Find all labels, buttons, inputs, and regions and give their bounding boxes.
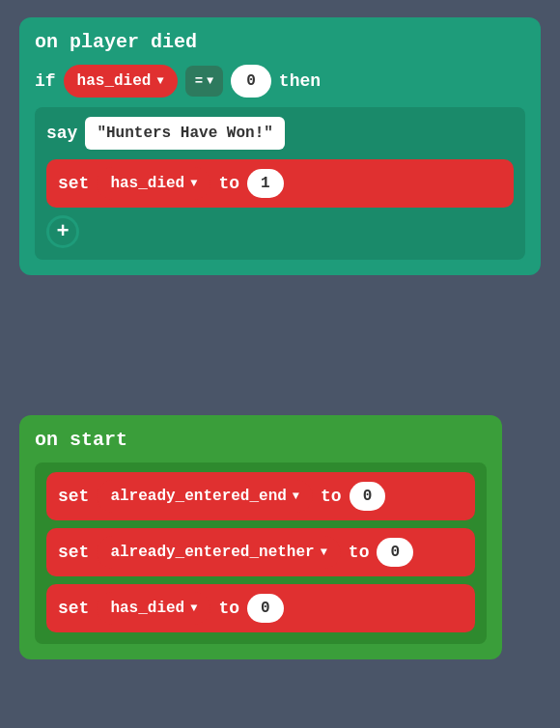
has-died-start-arrow-icon: ▼ — [190, 602, 197, 615]
already-entered-nether-arrow-icon: ▼ — [321, 546, 327, 559]
on-start-body: set already_entered_end ▼ to 0 set alrea… — [35, 462, 487, 644]
on-start-block: on start set already_entered_end ▼ to 0 … — [19, 415, 502, 659]
already-entered-end-dropdown[interactable]: already_entered_end ▼ — [97, 480, 313, 513]
has-died-condition-dropdown[interactable]: has_died ▼ — [64, 65, 178, 98]
condition-variable-label: has_died — [77, 72, 152, 90]
equals-label: = — [195, 73, 203, 89]
on-start-title: on start — [35, 429, 487, 451]
if-body-container: say "Hunters Have Won!" set has_died ▼ t… — [35, 107, 525, 260]
equals-dropdown-arrow-icon: ▼ — [207, 74, 213, 88]
to-keyword-died: to — [218, 599, 239, 618]
set-has-died-start-row: set has_died ▼ to 0 — [46, 584, 475, 632]
on-player-died-title: on player died — [35, 31, 525, 53]
already-entered-end-label: already_entered_end — [110, 488, 286, 505]
already-entered-nether-dropdown[interactable]: already_entered_nether ▼ — [97, 536, 340, 569]
has-died-start-dropdown[interactable]: has_died ▼ — [97, 592, 210, 625]
say-keyword: say — [46, 124, 77, 143]
already-entered-end-value[interactable]: 0 — [350, 482, 386, 511]
set-has-died-row: set has_died ▼ to 1 — [46, 159, 514, 208]
add-block-button[interactable]: + — [46, 215, 79, 248]
then-keyword: then — [279, 71, 321, 91]
plus-icon: + — [56, 220, 69, 244]
on-player-died-block: on player died if has_died ▼ = ▼ 0 then … — [19, 17, 541, 275]
set-keyword-1: set — [58, 174, 89, 193]
to-keyword-nether: to — [349, 543, 370, 562]
has-died-start-label: has_died — [110, 600, 184, 617]
has-died-start-value[interactable]: 0 — [247, 594, 284, 623]
condition-value[interactable]: 0 — [231, 65, 271, 98]
set-keyword-died: set — [58, 599, 89, 618]
if-keyword: if — [35, 71, 56, 91]
already-entered-nether-label: already_entered_nether — [110, 544, 314, 561]
to-keyword-1: to — [218, 174, 239, 193]
set-variable-arrow-icon: ▼ — [190, 177, 197, 190]
set-variable-label: has_died — [110, 175, 184, 192]
say-value[interactable]: "Hunters Have Won!" — [85, 117, 284, 150]
set-already-entered-end-row: set already_entered_end ▼ to 0 — [46, 472, 475, 520]
set-value-1[interactable]: 1 — [247, 169, 284, 198]
set-keyword-nether: set — [58, 543, 89, 562]
if-condition-row: if has_died ▼ = ▼ 0 then — [35, 65, 525, 98]
set-variable-dropdown[interactable]: has_died ▼ — [97, 167, 210, 200]
already-entered-end-arrow-icon: ▼ — [293, 490, 299, 503]
already-entered-nether-value[interactable]: 0 — [377, 538, 413, 567]
to-keyword-end: to — [321, 487, 342, 506]
equals-operator-button[interactable]: = ▼ — [185, 66, 224, 97]
set-already-entered-nether-row: set already_entered_nether ▼ to 0 — [46, 528, 475, 576]
say-row: say "Hunters Have Won!" — [46, 117, 514, 150]
set-keyword-end: set — [58, 487, 89, 506]
condition-dropdown-arrow-icon: ▼ — [156, 74, 163, 88]
